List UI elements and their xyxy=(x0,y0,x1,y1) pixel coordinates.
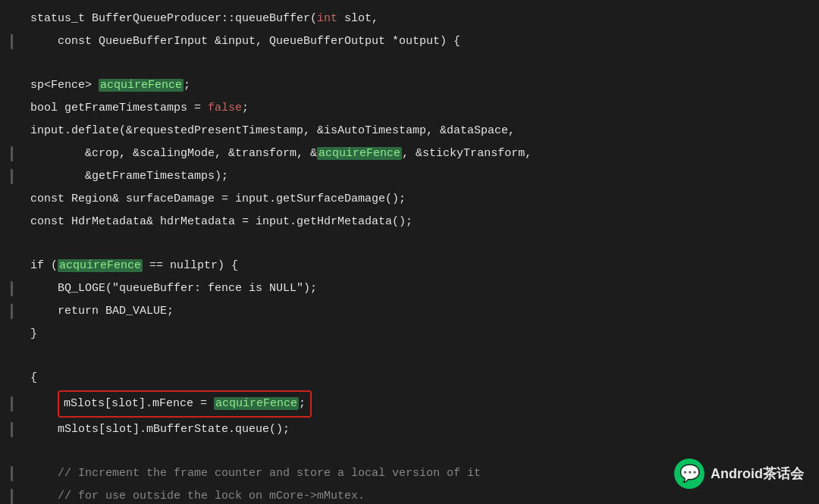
gutter xyxy=(0,169,23,184)
gutter xyxy=(0,396,23,412)
code-line xyxy=(0,233,819,255)
gutter xyxy=(0,489,23,504)
code-line: sp<Fence> acquireFence; xyxy=(0,74,819,97)
line-content: const HdrMetadata& hdrMetadata = input.g… xyxy=(23,211,819,233)
watermark-text: Android茶话会 xyxy=(711,465,804,483)
code-line: const HdrMetadata& hdrMetadata = input.g… xyxy=(0,211,819,233)
line-content: &crop, &scalingMode, &transform, &acquir… xyxy=(23,143,819,164)
code-line: { xyxy=(0,367,819,390)
code-line: status_t BufferQueueProducer::queueBuffe… xyxy=(0,8,819,30)
line-content: const Region& surfaceDamage = input.getS… xyxy=(23,189,819,210)
line-content: status_t BufferQueueProducer::queueBuffe… xyxy=(23,8,819,30)
gutter xyxy=(0,146,23,161)
code-container: status_t BufferQueueProducer::queueBuffe… xyxy=(0,0,819,504)
line-content: BQ_LOGE("queueBuffer: fence is NULL"); xyxy=(23,278,819,299)
code-line xyxy=(0,346,819,367)
code-line: mSlots[slot].mFence = acquireFence; xyxy=(0,390,819,418)
line-content: const QueueBufferInput &input, QueueBuff… xyxy=(23,31,819,52)
code-line: &getFrameTimestamps); xyxy=(0,165,819,188)
line-content: } xyxy=(23,324,819,345)
code-line: bool getFrameTimestamps = false; xyxy=(0,97,819,120)
code-line: } xyxy=(0,323,819,346)
line-content: if (acquireFence == nullptr) { xyxy=(23,255,819,277)
code-line: input.deflate(&requestedPresentTimestamp… xyxy=(0,120,819,142)
code-line: mSlots[slot].mBufferState.queue(); xyxy=(0,418,819,441)
gutter xyxy=(0,34,23,49)
code-line: return BAD_VALUE; xyxy=(0,300,819,323)
wechat-icon: 💬 xyxy=(674,459,704,489)
highlighted-assignment: mSlots[slot].mFence = acquireFence; xyxy=(58,390,312,418)
code-line: const Region& surfaceDamage = input.getS… xyxy=(0,188,819,211)
gutter xyxy=(0,466,23,481)
gutter xyxy=(0,304,23,319)
line-content: mSlots[slot].mFence = acquireFence; xyxy=(23,390,819,418)
code-line: &crop, &scalingMode, &transform, &acquir… xyxy=(0,142,819,165)
code-line xyxy=(0,53,819,74)
gutter xyxy=(0,281,23,296)
line-content: return BAD_VALUE; xyxy=(23,301,819,322)
line-content: sp<Fence> acquireFence; xyxy=(23,75,819,96)
line-content: { xyxy=(23,368,819,389)
line-content: &getFrameTimestamps); xyxy=(23,166,819,187)
code-line: if (acquireFence == nullptr) { xyxy=(0,255,819,277)
watermark: 💬Android茶话会 xyxy=(674,459,804,489)
code-line: BQ_LOGE("queueBuffer: fence is NULL"); xyxy=(0,277,819,300)
gutter xyxy=(0,422,23,437)
line-content: mSlots[slot].mBufferState.queue(); xyxy=(23,419,819,440)
line-content: input.deflate(&requestedPresentTimestamp… xyxy=(23,121,819,142)
code-line: const QueueBufferInput &input, QueueBuff… xyxy=(0,30,819,53)
line-content: bool getFrameTimestamps = false; xyxy=(23,98,819,119)
